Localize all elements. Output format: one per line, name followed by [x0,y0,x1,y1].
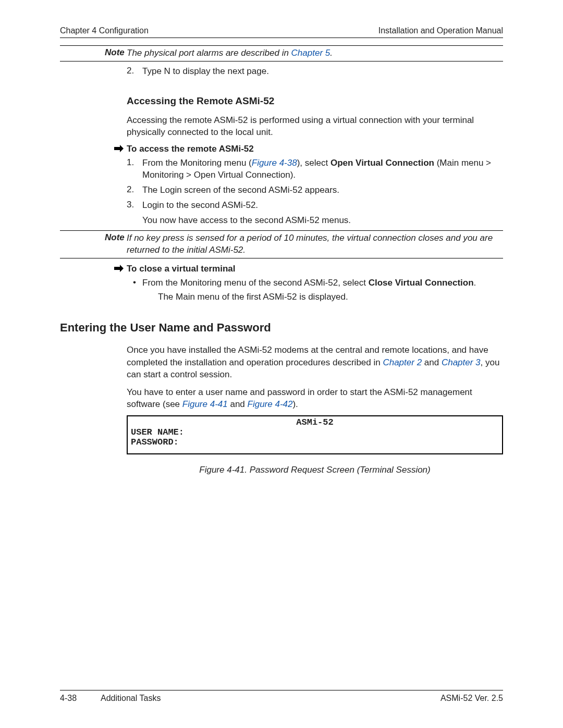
text-segment: From the Monitoring menu of the second A… [142,278,369,288]
step-text: The Login screen of the second ASMi-52 a… [142,184,339,196]
note-text-pre: The physical port alarms are described i… [127,48,291,58]
note-text: If no key press is sensed for a period o… [127,232,503,256]
page-header: Chapter 4 Configuration Installation and… [60,26,503,38]
link-chapter-5[interactable]: Chapter 5 [291,48,331,58]
link-figure-4-41[interactable]: Figure 4-41 [182,399,228,409]
footer-page-num: 4-38 [60,694,77,702]
text-segment: and [228,399,248,409]
figure-caption-4-41: Figure 4-41. Password Request Screen (Te… [127,465,503,475]
footer-section: Additional Tasks [101,694,161,702]
footer-left: 4-38 Additional Tasks [60,694,161,703]
note-label: Note [60,232,127,243]
bullet-icon: • [127,277,142,289]
footer-right: ASMi-52 Ver. 2.5 [440,694,503,703]
para-access: Accessing the remote ASMi-52 is performe… [127,114,503,139]
text-segment: ). [292,399,298,409]
step-type-n: 2. Type N to display the next page. [127,66,503,78]
bullet-text: From the Monitoring menu of the second A… [142,277,476,289]
content-column: 2. Type N to display the next page. Acce… [127,66,503,227]
heading-entering-username: Entering the User Name and Password [60,321,503,335]
procedure-close-terminal: To close a virtual terminal [114,264,503,274]
link-chapter-3[interactable]: Chapter 3 [442,357,481,367]
text-bold: Close Virtual Connection [369,278,474,288]
bullet-close-virtual: • From the Monitoring menu of the second… [127,277,503,289]
access-step-2: 2. The Login screen of the second ASMi-5… [127,184,503,196]
procedure-access-remote: To access the remote ASMi-52 [114,144,503,154]
heading-accessing-remote: Accessing the Remote ASMi-52 [127,95,503,107]
text-segment: From the Monitoring menu ( [142,158,252,168]
para-enter-1: Once you have installed the ASMi-52 mode… [127,344,503,380]
procedure-title: To access the remote ASMi-52 [127,144,254,154]
access-step-3: 3. Login to the second ASMi-52. [127,200,503,212]
page: Chapter 4 Configuration Installation and… [0,0,563,728]
terminal-title: ASMi-52 [131,417,499,427]
text-segment: ), select [297,158,331,168]
header-right: Installation and Operation Manual [378,26,503,35]
text-segment: . [474,278,476,288]
text-segment: You have to enter a user name and passwo… [127,387,472,409]
step-number: 1. [127,157,142,181]
arrow-icon [114,144,127,152]
link-figure-4-38[interactable]: Figure 4-38 [252,158,297,168]
arrow-icon [114,264,127,272]
note-physical-port: Note The physical port alarms are descri… [60,45,503,61]
access-step-1: 1. From the Monitoring menu (Figure 4-38… [127,157,503,181]
text-bold: Open Virtual Connection [331,158,434,168]
access-step-3-sub: You now have access to the second ASMi-5… [142,215,503,227]
text-segment: and [422,357,442,367]
step-number: 3. [127,200,142,212]
note-label: Note [60,47,127,58]
close-result: The Main menu of the first ASMi-52 is di… [158,291,503,303]
page-footer: 4-38 Additional Tasks ASMi-52 Ver. 2.5 [60,690,503,703]
content-column-2: To close a virtual terminal • From the M… [127,264,503,303]
terminal-username-prompt: USER NAME: [131,427,499,437]
terminal-password-prompt: PASSWORD: [131,437,499,447]
procedure-title: To close a virtual terminal [127,264,235,274]
content-column-3: Once you have installed the ASMi-52 mode… [127,344,503,475]
link-chapter-2[interactable]: Chapter 2 [383,357,422,367]
step-text: Login to the second ASMi-52. [142,200,258,212]
step-number: 2. [127,184,142,196]
note-timeout: Note If no key press is sensed for a per… [60,230,503,258]
step-text: From the Monitoring menu (Figure 4-38), … [142,157,503,181]
para-enter-2: You have to enter a user name and passwo… [127,386,503,411]
link-figure-4-42[interactable]: Figure 4-42 [248,399,293,409]
step-text: Type N to display the next page. [142,66,269,78]
note-text-post: . [330,48,333,58]
header-left: Chapter 4 Configuration [60,26,149,35]
terminal-password-screen: ASMi-52 USER NAME: PASSWORD: [127,415,503,454]
note-text: The physical port alarms are described i… [127,47,333,59]
step-number: 2. [127,66,142,78]
